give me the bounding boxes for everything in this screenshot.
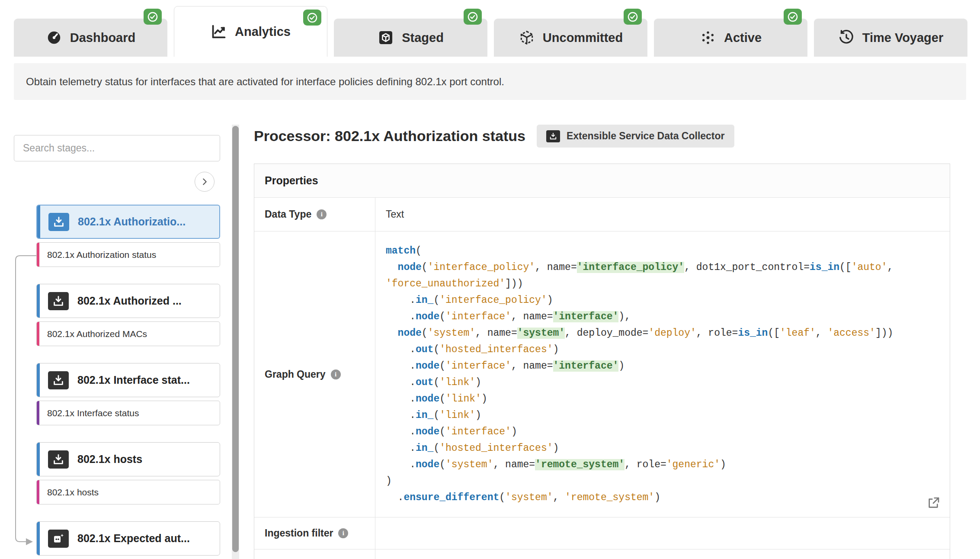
graph-query-cell: match( node('interface_policy', name='in…	[375, 231, 950, 517]
extensible-icon	[48, 530, 69, 548]
accent-bar	[37, 243, 39, 267]
data-type-value: Text	[386, 209, 404, 220]
property-row-data-type: Data Type i Text	[254, 198, 950, 231]
collector-badge-label: Extensible Service Data Collector	[567, 130, 725, 142]
dashboard-icon	[46, 29, 62, 46]
code-line: .ensure_different('system', 'remote_syst…	[386, 489, 939, 506]
code-line: node('interface_policy', name='interface…	[386, 259, 939, 276]
stage-group: 802.1x Authorizatio...802.1x Authorizati…	[36, 205, 220, 267]
title-row: Processor: 802.1x Authorization status E…	[254, 125, 950, 148]
tab-uncommitted[interactable]: Uncommitted	[494, 19, 647, 57]
processor-icon	[48, 213, 69, 231]
stage-item[interactable]: 802.1x Authorized MACs	[36, 321, 220, 346]
processor-title: 802.1x Authorizatio...	[78, 215, 186, 228]
tab-staged[interactable]: Staged	[334, 19, 487, 57]
code-line: .in_('link')	[386, 407, 939, 424]
active-icon	[700, 29, 716, 46]
status-ok-badge	[464, 9, 482, 25]
tab-active[interactable]: Active	[654, 19, 807, 57]
property-label-cell: Graph Query i	[254, 231, 375, 517]
connector-arrowhead	[26, 538, 33, 545]
property-row-ingestion-filter: Ingestion filter i	[254, 517, 950, 549]
accent-bar	[37, 522, 40, 555]
code-line: .in_('hosted_interfaces')	[386, 440, 939, 456]
scrollbar-thumb[interactable]	[232, 126, 239, 552]
tab-label: Active	[724, 31, 762, 45]
processor-title: 802.1x hosts	[77, 453, 142, 466]
processor-item[interactable]: 802.1x Authorized ...	[36, 284, 220, 318]
main-content: Processor: 802.1x Authorization status E…	[254, 125, 950, 559]
processor-item[interactable]: 802.1x Authorizatio...	[36, 205, 220, 239]
code-line: .out('hosted_interfaces')	[386, 341, 939, 358]
code-line: .out('link')	[386, 374, 939, 391]
accent-bar	[37, 206, 40, 238]
code-line: .node('interface')	[386, 424, 939, 440]
accent-bar	[37, 480, 39, 504]
accent-bar	[37, 443, 40, 476]
search-stages-input[interactable]	[14, 135, 220, 161]
code-line: .node('system', name='remote_system', ro…	[386, 456, 939, 473]
stage-group: 802.1x Interface stat...802.1x Interface…	[36, 363, 220, 425]
status-ok-badge	[624, 9, 642, 25]
chevron-right-icon	[200, 177, 209, 186]
time-voyager-icon	[838, 29, 855, 46]
analytics-icon	[211, 23, 227, 40]
stage-label: 802.1x Interface status	[47, 408, 139, 418]
tab-label: Dashboard	[70, 31, 135, 45]
stage-item[interactable]: 802.1x Authorization status	[36, 242, 220, 267]
processor-title: 802.1x Expected aut...	[77, 532, 190, 545]
accent-bar	[37, 363, 40, 397]
scrollbar[interactable]	[232, 125, 239, 559]
tab-label: Analytics	[235, 25, 291, 39]
stage-label: 802.1x hosts	[47, 487, 99, 498]
info-icon[interactable]: i	[317, 209, 327, 219]
stages-sidebar: 802.1x Authorizatio...802.1x Authorizati…	[14, 135, 220, 161]
stage-list: 802.1x Authorizatio...802.1x Authorizati…	[36, 205, 220, 559]
stage-item[interactable]: 802.1x Interface status	[36, 401, 220, 425]
processor-item[interactable]: 802.1x hosts	[36, 442, 220, 476]
stage-label: 802.1x Authorization status	[47, 250, 156, 260]
tab-label: Staged	[402, 31, 444, 45]
description-text: Obtain telemetry status for interfaces t…	[26, 76, 504, 88]
code-line: match(	[386, 243, 939, 259]
processor-title: 802.1x Authorized ...	[77, 295, 182, 307]
stage-group: 802.1x Authorized ...802.1x Authorized M…	[36, 284, 220, 346]
code-line: .node('link')	[386, 391, 939, 407]
accent-bar	[37, 401, 39, 425]
stage-group: 802.1x Expected aut...	[36, 521, 220, 556]
property-label-cell: Ingestion filter i	[254, 517, 375, 549]
info-icon[interactable]: i	[331, 369, 341, 379]
stage-item[interactable]: 802.1x hosts	[36, 480, 220, 504]
property-row-graph-query: Graph Query i match( node('interface_pol…	[254, 231, 950, 517]
tab-dashboard[interactable]: Dashboard	[14, 19, 167, 57]
staged-icon	[378, 29, 394, 46]
graph-query-code[interactable]: match( node('interface_policy', name='in…	[386, 243, 939, 506]
property-label: Graph Query	[265, 369, 326, 380]
property-label: Data Type	[265, 209, 311, 220]
app-root: DashboardAnalyticsStagedUncommittedActiv…	[0, 0, 980, 559]
ingestion-filter-value-cell	[375, 517, 950, 549]
processor-icon	[546, 130, 560, 142]
processor-item[interactable]: 802.1x Interface stat...	[36, 363, 220, 397]
code-line: 'force_unauthorized']))	[386, 276, 939, 292]
property-label-cell	[254, 549, 375, 559]
processor-icon	[48, 450, 69, 469]
processor-item[interactable]: 802.1x Expected aut...	[36, 521, 220, 556]
tab-label: Uncommitted	[543, 31, 623, 45]
collapse-sidebar-button[interactable]	[195, 172, 215, 192]
processor-title: 802.1x Interface stat...	[77, 374, 190, 386]
page-title: Processor: 802.1x Authorization status	[254, 128, 525, 145]
stage-group: 802.1x hosts802.1x hosts	[36, 442, 220, 504]
accent-bar	[37, 284, 40, 318]
code-line: )	[386, 473, 939, 489]
info-icon[interactable]: i	[338, 528, 348, 538]
tab-bar: DashboardAnalyticsStagedUncommittedActiv…	[14, 0, 967, 57]
code-line: .node('interface', name='interface')	[386, 358, 939, 374]
external-link-icon[interactable]	[926, 496, 940, 510]
status-ok-badge	[144, 9, 162, 25]
tab-analytics[interactable]: Analytics	[174, 6, 327, 57]
collector-type-badge: Extensible Service Data Collector	[537, 125, 734, 148]
code-line: node('system', name='system', deploy_mod…	[386, 325, 939, 341]
tab-time-voyager[interactable]: Time Voyager	[814, 19, 967, 57]
property-row-partial	[254, 549, 950, 559]
